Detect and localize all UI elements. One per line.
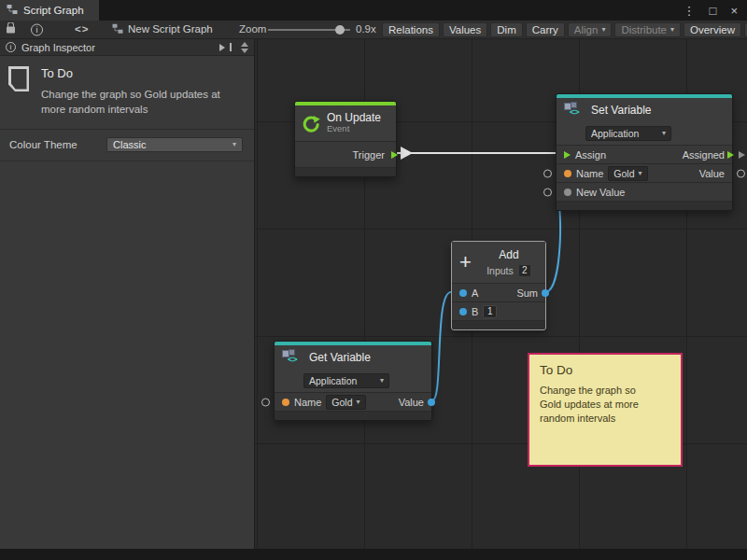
- input-b-row: B 1: [452, 301, 545, 320]
- script-graph-asset-icon: [112, 22, 123, 36]
- zoom-label: Zoom: [239, 24, 266, 35]
- scope-dropdown[interactable]: Application ▾: [303, 373, 389, 388]
- node-footer: [275, 411, 431, 420]
- script-graph-icon: [7, 4, 18, 17]
- button-label: Dim: [497, 24, 515, 35]
- note-icon: [8, 66, 29, 91]
- sticky-note-title: To Do: [540, 363, 670, 377]
- port-b-input[interactable]: [459, 308, 467, 315]
- node-set-variable[interactable]: <> Set Variable Application ▾ Assign Ass…: [556, 93, 733, 211]
- assign-row: Assign Assigned: [557, 145, 732, 163]
- wire-getvalue-to-a[interactable]: [432, 292, 451, 400]
- port-a-input[interactable]: [459, 289, 467, 297]
- spinner-arrows-icon[interactable]: [241, 42, 248, 53]
- graph-canvas[interactable]: On Update Event Trigger <> Set Variable …: [255, 39, 747, 549]
- input-b-label: B: [472, 306, 478, 317]
- name-row: Name Gold ▾ Value: [275, 392, 431, 411]
- maximize-icon[interactable]: □: [710, 5, 717, 17]
- value-label: Value: [399, 397, 424, 408]
- toolbar-button-values[interactable]: Values: [443, 22, 487, 37]
- name-label: Name: [294, 397, 321, 408]
- code-icon[interactable]: <>: [75, 24, 89, 35]
- port-sum-output[interactable]: [542, 289, 549, 297]
- input-a-row: A Sum: [452, 283, 545, 301]
- chevron-down-icon: ▾: [357, 399, 360, 406]
- port-value-output[interactable]: [737, 169, 745, 177]
- string-type-dot: [564, 170, 571, 177]
- port-new-value-input[interactable]: [543, 188, 552, 196]
- dropdown-value: Gold: [613, 168, 634, 179]
- node-footer: [452, 320, 545, 329]
- graph-note-section[interactable]: To Do Change the graph so Gold updates a…: [0, 56, 254, 130]
- port-assigned-output[interactable]: [727, 151, 734, 159]
- variable-name-dropdown[interactable]: Gold ▾: [326, 395, 365, 410]
- zoom-value: 0.9x: [356, 24, 376, 35]
- node-title: Set Variable: [591, 104, 651, 117]
- inspector-header: i Graph Inspector: [0, 39, 254, 56]
- port-trigger-label: Trigger: [353, 149, 385, 161]
- kebab-menu-icon[interactable]: ⋮: [684, 5, 696, 17]
- close-icon[interactable]: ×: [730, 5, 738, 17]
- node-title: Add: [499, 248, 518, 261]
- colour-theme-row: Colour Theme Classic ▾: [0, 130, 254, 161]
- toolbar-button-overview[interactable]: Overview: [684, 22, 741, 37]
- name-row: Name Gold ▾ Value: [557, 163, 732, 182]
- dock-panel-icon[interactable]: [219, 43, 232, 51]
- variable-name-dropdown[interactable]: Gold ▾: [608, 166, 647, 181]
- graph-name-label: New Script Graph: [128, 24, 213, 35]
- tab-bar: Script Graph ⋮ □ ×: [0, 0, 747, 21]
- scope-dropdown[interactable]: Application ▾: [585, 126, 671, 141]
- loop-arrow-icon: [303, 115, 320, 133]
- unity-script-graph-window: Script Graph ⋮ □ × i <> New Script Graph…: [0, 0, 747, 560]
- colour-theme-dropdown[interactable]: Classic ▾: [106, 137, 243, 152]
- button-label: Overview: [690, 24, 735, 35]
- graph-toolbar: i <> New Script Graph Zoom 0.9x Relation…: [0, 21, 747, 39]
- tab-script-graph[interactable]: Script Graph: [0, 0, 99, 21]
- assigned-wire-stub-icon: [739, 151, 745, 159]
- node-header[interactable]: <> Set Variable: [557, 98, 732, 122]
- info-toggle-icon[interactable]: i: [31, 23, 43, 35]
- plus-icon: +: [459, 252, 472, 273]
- node-title: Get Variable: [309, 351, 371, 364]
- toolbar-buttons: Relations Values Dim Carry Align▾ Distri…: [382, 21, 747, 38]
- input-b-value-field[interactable]: 1: [483, 305, 497, 318]
- chevron-down-icon: ▾: [662, 130, 666, 137]
- port-name-input[interactable]: [261, 398, 270, 406]
- variable-icon: <>: [564, 102, 585, 119]
- node-on-update[interactable]: On Update Event Trigger: [294, 101, 397, 177]
- sticky-note-body: Change the graph so Gold updates at more…: [540, 384, 654, 426]
- toolbar-button-carry[interactable]: Carry: [526, 22, 565, 37]
- input-a-label: A: [472, 287, 478, 299]
- node-header[interactable]: <> Get Variable: [275, 345, 431, 370]
- note-title: To Do: [41, 66, 243, 80]
- node-title: On Update: [327, 112, 381, 125]
- new-value-row: New Value: [557, 182, 732, 201]
- note-body: Change the graph so Gold updates at more…: [41, 87, 243, 117]
- node-header[interactable]: On Update Event: [295, 105, 396, 141]
- port-assign-input[interactable]: [564, 151, 571, 159]
- zoom-slider-handle[interactable]: [335, 25, 345, 35]
- button-label: Distribute: [621, 24, 667, 35]
- assign-label: Assign: [575, 149, 606, 161]
- toolbar-button-dim[interactable]: Dim: [490, 22, 522, 37]
- window-controls: ⋮ □ ×: [684, 0, 747, 21]
- variable-icon: <>: [282, 349, 303, 366]
- trigger-row: Trigger: [295, 141, 396, 167]
- node-add[interactable]: + Add Inputs 2 A Sum B 1: [451, 241, 546, 330]
- port-name-input[interactable]: [543, 169, 552, 177]
- toolbar-button-relations[interactable]: Relations: [382, 22, 440, 37]
- node-header[interactable]: + Add Inputs 2: [452, 242, 545, 283]
- lock-icon[interactable]: [7, 26, 15, 33]
- dropdown-value: Gold: [331, 397, 352, 408]
- toolbar-button-distribute[interactable]: Distribute▾: [614, 22, 681, 37]
- chevron-down-icon: ▾: [380, 377, 384, 385]
- node-footer: [295, 167, 396, 176]
- port-value-output[interactable]: [428, 399, 435, 406]
- node-get-variable[interactable]: <> Get Variable Application ▾ Name Gold …: [274, 341, 432, 421]
- sticky-note[interactable]: To Do Change the graph so Gold updates a…: [528, 353, 683, 467]
- port-trigger-output[interactable]: [391, 151, 398, 159]
- inputs-count-field[interactable]: 2: [518, 264, 531, 277]
- window-bottom-edge: [0, 549, 747, 560]
- toolbar-button-align[interactable]: Align▾: [568, 22, 613, 37]
- inputs-label: Inputs: [486, 265, 514, 276]
